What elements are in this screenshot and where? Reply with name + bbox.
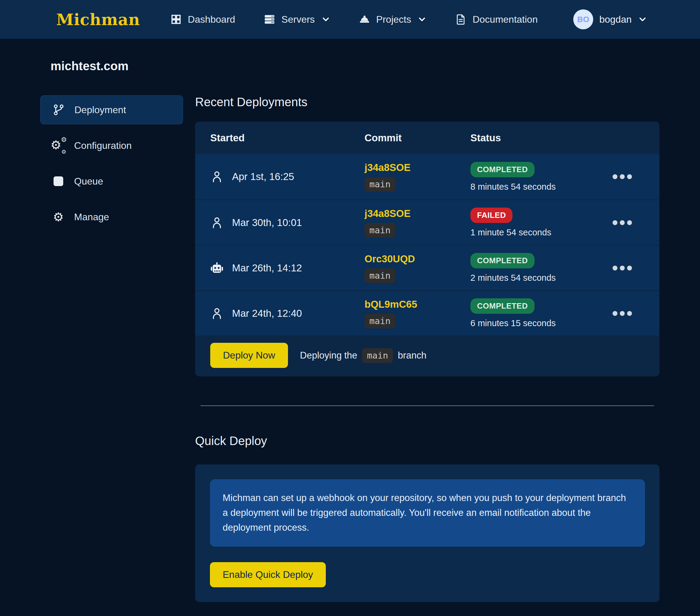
commit-hash-link[interactable]: bQL9mC65 xyxy=(364,299,417,310)
site-title: michtest.com xyxy=(40,39,660,73)
quick-deploy-title: Quick Deploy xyxy=(195,434,660,448)
deploy-footer: Deploy Now Deploying the main branch xyxy=(195,335,660,377)
deploy-now-button[interactable]: Deploy Now xyxy=(210,343,288,368)
recent-deployments-title: Recent Deployments xyxy=(195,95,660,109)
actions-cell xyxy=(610,263,660,273)
nav-item-dashboard[interactable]: Dashboard xyxy=(170,14,235,25)
status-cell: COMPLETED 6 minutes 15 seconds xyxy=(471,298,610,328)
page: Michman Dashboard xyxy=(0,0,700,616)
status-badge: COMPLETED xyxy=(471,253,535,268)
row-actions-button[interactable] xyxy=(610,263,635,273)
user-menu[interactable]: BO bogdan xyxy=(573,9,647,29)
avatar: BO xyxy=(573,9,593,29)
branch-badge: main xyxy=(364,177,395,192)
deploy-note: Deploying the main branch xyxy=(300,348,426,363)
status-cell: FAILED 1 minute 54 seconds xyxy=(471,208,610,237)
nav-item-documentation[interactable]: Documentation xyxy=(455,14,538,25)
deployment-started-time: Mar 24th, 12:40 xyxy=(232,308,302,319)
commit-hash-link[interactable]: Orc30UQD xyxy=(364,253,415,265)
commit-hash-link[interactable]: j34a8SOE xyxy=(364,208,411,219)
top-navbar: Michman Dashboard xyxy=(0,0,700,39)
quick-deploy-description: Michman can set up a webhook on your rep… xyxy=(210,479,645,547)
table-body: Apr 1st, 16:25 j34a8SOE main COMPLETED 8… xyxy=(195,154,660,335)
branch-badge: main xyxy=(362,348,393,363)
deployment-duration: 2 minutes 54 seconds xyxy=(471,273,556,283)
sidebar-item-label: Configuration xyxy=(74,140,132,151)
status-badge: COMPLETED xyxy=(471,162,535,177)
deploy-note-suffix: branch xyxy=(398,350,426,361)
actions-cell xyxy=(610,217,660,228)
sidebar-item-label: Deployment xyxy=(74,104,126,115)
branch-badge: main xyxy=(364,223,395,237)
sidebar: Deployment ⚙ ⚙ ⚙ Configuration xyxy=(40,95,183,602)
started-cell: Mar 30th, 10:01 xyxy=(210,216,364,229)
nav-item-label: Dashboard xyxy=(188,14,235,25)
branch-badge: main xyxy=(364,268,395,283)
chevron-down-icon xyxy=(322,15,330,24)
status-badge: COMPLETED xyxy=(471,298,535,314)
section-divider xyxy=(201,405,654,406)
deployments-table: Started Commit Status xyxy=(195,122,660,377)
gears-icon: ⚙ ⚙ ⚙ xyxy=(52,139,65,152)
chevron-down-icon xyxy=(418,15,426,24)
started-cell: Mar 24th, 12:40 xyxy=(210,307,364,320)
branch-badge: main xyxy=(364,314,395,328)
row-actions-button[interactable] xyxy=(610,308,635,319)
deployment-row: Mar 26th, 14:12 Orc30UQD main COMPLETED … xyxy=(195,245,660,290)
column-header-started: Started xyxy=(210,132,364,144)
sidebar-item-label: Queue xyxy=(74,176,103,187)
deployment-started-time: Mar 26th, 14:12 xyxy=(232,262,302,274)
hard-hat-icon xyxy=(359,14,370,25)
deployment-duration: 8 minutes 54 seconds xyxy=(471,182,556,192)
deployment-started-time: Apr 1st, 16:25 xyxy=(232,171,294,183)
row-actions-button[interactable] xyxy=(610,217,635,228)
servers-icon xyxy=(264,14,275,25)
deployment-row: Mar 24th, 12:40 bQL9mC65 main COMPLETED … xyxy=(195,290,660,335)
actions-cell xyxy=(610,171,660,182)
deploy-note-prefix: Deploying the xyxy=(300,350,358,361)
nav-item-label: Servers xyxy=(281,14,315,25)
commit-cell: j34a8SOE main xyxy=(364,156,471,198)
sidebar-item-label: Manage xyxy=(74,211,109,223)
nav-item-projects[interactable]: Projects xyxy=(359,14,426,25)
square-icon xyxy=(52,176,65,186)
main-panel: Recent Deployments Started Commit Status xyxy=(195,95,660,602)
status-cell: COMPLETED 8 minutes 54 seconds xyxy=(471,162,610,192)
robot-icon xyxy=(210,261,224,275)
nav-items: Dashboard xyxy=(170,14,538,25)
sidebar-item-manage[interactable]: ⚙ Manage xyxy=(40,202,183,232)
commit-hash-link[interactable]: j34a8SOE xyxy=(364,162,411,173)
person-icon xyxy=(210,307,224,320)
app-logo[interactable]: Michman xyxy=(56,10,140,29)
row-actions-button[interactable] xyxy=(610,171,635,182)
user-name: bogdan xyxy=(599,14,632,25)
deployment-duration: 1 minute 54 seconds xyxy=(471,227,551,237)
sidebar-item-configuration[interactable]: ⚙ ⚙ ⚙ Configuration xyxy=(40,131,183,160)
sidebar-item-queue[interactable]: Queue xyxy=(40,167,183,196)
nav-item-label: Projects xyxy=(376,14,411,25)
started-cell: Mar 26th, 14:12 xyxy=(210,261,364,275)
sidebar-item-deployment[interactable]: Deployment xyxy=(40,95,183,124)
person-icon xyxy=(210,216,224,229)
dashboard-grid-icon xyxy=(170,14,182,25)
document-icon xyxy=(455,14,466,25)
gear-icon: ⚙ xyxy=(52,211,65,223)
quick-deploy-card: Michman can set up a webhook on your rep… xyxy=(195,465,660,602)
deployment-row: Mar 30th, 10:01 j34a8SOE main FAILED 1 m… xyxy=(195,199,660,245)
deployment-started-time: Mar 30th, 10:01 xyxy=(232,217,302,229)
column-header-commit: Commit xyxy=(364,132,471,144)
column-header-status: Status xyxy=(471,132,610,144)
actions-cell xyxy=(610,308,660,319)
status-badge: FAILED xyxy=(471,208,512,223)
deployment-duration: 6 minutes 15 seconds xyxy=(471,318,556,328)
enable-quick-deploy-button[interactable]: Enable Quick Deploy xyxy=(210,562,326,587)
commit-cell: j34a8SOE main xyxy=(364,202,471,244)
nav-item-label: Documentation xyxy=(473,14,538,25)
deployment-row: Apr 1st, 16:25 j34a8SOE main COMPLETED 8… xyxy=(195,154,660,199)
table-header-row: Started Commit Status xyxy=(195,122,660,154)
page-content: michtest.com Deployment xyxy=(0,39,700,616)
chevron-down-icon xyxy=(638,15,647,24)
status-cell: COMPLETED 2 minutes 54 seconds xyxy=(471,253,610,283)
nav-item-servers[interactable]: Servers xyxy=(264,14,330,25)
person-icon xyxy=(210,170,224,183)
